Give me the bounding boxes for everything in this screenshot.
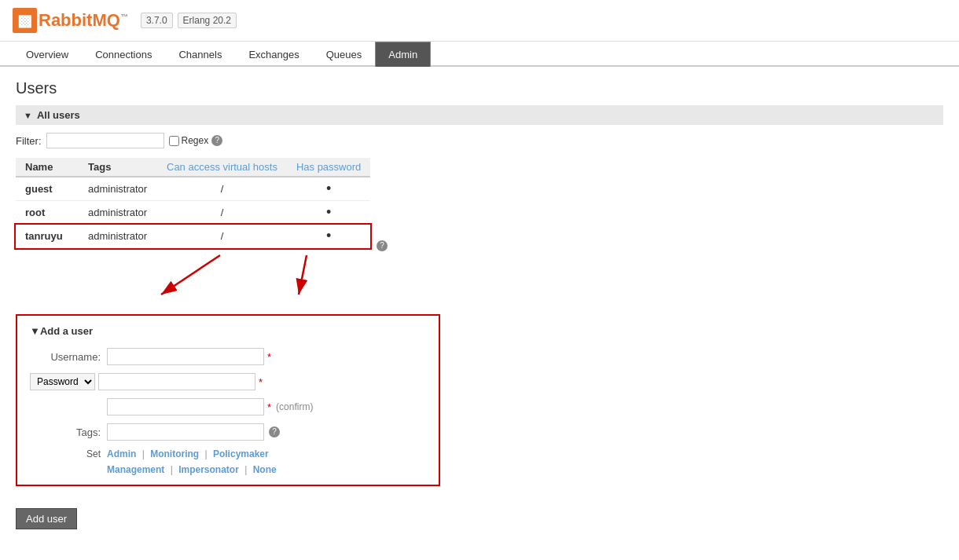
confirm-label: (confirm)	[276, 401, 313, 412]
add-user-collapse-icon: ▼	[30, 325, 40, 337]
page-title: Users	[16, 79, 943, 97]
col-name: Name	[16, 158, 79, 177]
user-tags: administrator	[79, 225, 157, 248]
tag-impersonator-link[interactable]: Impersonator	[178, 464, 239, 475]
tags-help-icon[interactable]: ?	[269, 426, 280, 437]
filter-help-icon[interactable]: ?	[211, 135, 222, 146]
regex-checkbox[interactable]	[169, 136, 179, 146]
main-content: Users ▼ All users Filter: Regex ?	[0, 67, 959, 560]
all-users-section: ▼ All users Filter: Regex ? Name	[16, 105, 943, 537]
nav-queues[interactable]: Queues	[313, 42, 376, 67]
add-user-section: ▼ Add a user Username: * Password Hashed	[16, 314, 440, 486]
col-vhosts: Can access virtual hosts	[157, 158, 287, 177]
add-user-header[interactable]: ▼ Add a user	[30, 325, 426, 337]
filter-row: Filter: Regex ?	[16, 133, 943, 148]
username-required: *	[267, 351, 271, 363]
tags-row: Tags: ?	[30, 423, 426, 441]
password-required: *	[259, 376, 263, 388]
tag-monitoring-link[interactable]: Monitoring	[150, 448, 199, 459]
nav-exchanges[interactable]: Exchanges	[235, 42, 312, 67]
password-row: Password Hashed *	[30, 373, 426, 390]
table-header-row: Name Tags Can access virtual hosts Has p…	[16, 158, 370, 177]
col-tags: Tags	[79, 158, 157, 177]
tags-input[interactable]	[107, 423, 264, 441]
nav-admin[interactable]: Admin	[375, 42, 431, 67]
tags-label: Tags:	[30, 426, 101, 438]
svg-line-3	[299, 255, 307, 295]
set-tags-row1: Set Admin | Monitoring | Policymaker	[30, 448, 426, 459]
password-dropdown: Password Hashed	[30, 373, 95, 390]
all-users-content: Filter: Regex ? Name Tags Can access vir…	[16, 125, 943, 537]
set-links-row1: Admin | Monitoring | Policymaker	[107, 448, 269, 459]
add-user-button[interactable]: Add user	[16, 508, 77, 529]
user-name: guest	[16, 177, 79, 201]
user-tags: administrator	[79, 177, 157, 201]
regex-label: Regex	[169, 135, 209, 146]
user-vhosts: /	[157, 177, 287, 201]
password-type-select[interactable]: Password Hashed	[30, 373, 95, 390]
user-vhosts: /	[157, 225, 287, 248]
table-row-highlighted[interactable]: tanruyu administrator / •	[16, 225, 370, 248]
confirm-required: *	[267, 401, 271, 413]
add-user-label: Add a user	[40, 325, 93, 337]
nav-overview[interactable]: Overview	[13, 42, 82, 67]
username-row: Username: *	[30, 348, 426, 365]
sep2: |	[204, 448, 207, 459]
password-confirm-input[interactable]	[107, 398, 264, 415]
user-name: root	[16, 201, 79, 225]
logo-text: RabbitMQ™	[39, 10, 128, 31]
user-password: •	[287, 177, 370, 201]
arrows-container	[16, 251, 487, 306]
user-password: •	[287, 225, 370, 248]
all-users-header[interactable]: ▼ All users	[16, 105, 943, 125]
tag-policymaker-link[interactable]: Policymaker	[213, 448, 269, 459]
sep1: |	[142, 448, 145, 459]
password-input[interactable]	[98, 373, 255, 390]
sep3: |	[171, 464, 173, 475]
filter-label: Filter:	[16, 135, 42, 147]
logo: ▩ RabbitMQ™	[13, 8, 128, 33]
nav: Overview Connections Channels Exchanges …	[0, 42, 959, 67]
logo-rabbit: Rabbit	[39, 10, 92, 30]
set-label: Set	[30, 448, 101, 459]
version-badge: 3.7.0	[141, 13, 173, 28]
user-tags: administrator	[79, 201, 157, 225]
svg-line-2	[161, 255, 220, 295]
nav-channels[interactable]: Channels	[165, 42, 235, 67]
username-input[interactable]	[107, 348, 264, 365]
tag-none-link[interactable]: None	[253, 464, 277, 475]
add-user-button-container: Add user	[16, 497, 943, 529]
collapse-arrow-icon: ▼	[24, 111, 32, 120]
header: ▩ RabbitMQ™ 3.7.0 Erlang 20.2	[0, 0, 959, 42]
users-table: Name Tags Can access virtual hosts Has p…	[16, 158, 370, 248]
table-row[interactable]: guest administrator / •	[16, 177, 370, 201]
all-users-label: All users	[37, 109, 80, 121]
sep4: |	[244, 464, 247, 475]
tag-admin-link[interactable]: Admin	[107, 448, 136, 459]
user-vhosts: /	[157, 201, 287, 225]
col-password: Has password	[287, 158, 370, 177]
filter-input[interactable]	[46, 133, 164, 148]
table-help-icon[interactable]: ?	[377, 240, 388, 251]
users-table-wrapper: Name Tags Can access virtual hosts Has p…	[16, 158, 370, 248]
nav-connections[interactable]: Connections	[82, 42, 165, 67]
logo-tm: ™	[120, 13, 128, 21]
set-tags-row2: Management | Impersonator | None	[107, 464, 426, 475]
logo-mq: MQ	[92, 10, 119, 30]
user-name: tanruyu	[16, 225, 79, 248]
erlang-badge: Erlang 20.2	[178, 13, 237, 28]
tag-management-link[interactable]: Management	[107, 464, 164, 475]
logo-icon: ▩	[13, 8, 37, 33]
table-row[interactable]: root administrator / •	[16, 201, 370, 225]
user-password: •	[287, 201, 370, 225]
password-confirm-row: * (confirm)	[30, 398, 426, 415]
regex-text: Regex	[182, 135, 209, 146]
username-label: Username:	[30, 351, 101, 363]
arrows-svg	[16, 251, 487, 306]
